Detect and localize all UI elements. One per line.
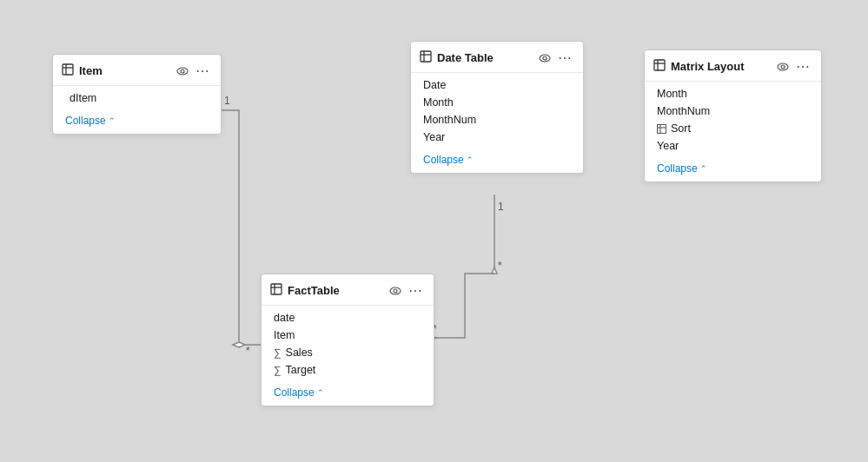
- item-eye-icon[interactable]: [175, 63, 190, 79]
- field-label-date: Date: [423, 79, 446, 91]
- table-card-item: Item ⋯ dItem Collapse ⌃: [52, 54, 222, 135]
- matrix-eye-icon[interactable]: [775, 59, 791, 75]
- cardinality-fact-many2: *: [498, 260, 502, 272]
- field-label-ditem: dItem: [70, 92, 96, 104]
- list-item: ∑ Sales: [262, 344, 434, 361]
- fact-header-actions[interactable]: ⋯: [388, 281, 425, 300]
- cardinality-fact-many: *: [246, 345, 250, 357]
- connector-item-fact: [222, 110, 261, 345]
- item-collapse-chevron: ⌃: [109, 116, 116, 125]
- field-label-date-f: date: [274, 312, 295, 324]
- svg-rect-5: [421, 51, 431, 62]
- item-collapse-label: Collapse: [65, 115, 106, 127]
- date-header-actions[interactable]: ⋯: [537, 49, 574, 67]
- field-label-item-f: Item: [274, 329, 295, 341]
- item-table-name: Item: [79, 64, 169, 77]
- fact-collapse-row[interactable]: Collapse ⌃: [262, 382, 434, 406]
- cardinality-item-one: 1: [224, 95, 230, 107]
- date-collapse-link[interactable]: Collapse ⌃: [423, 154, 573, 166]
- date-collapse-chevron: ⌃: [467, 155, 474, 164]
- item-table-body: dItem: [53, 86, 221, 110]
- table-header-item: Item ⋯: [53, 55, 221, 86]
- table-header-fact: FactTable ⋯: [262, 274, 434, 306]
- date-eye-icon[interactable]: [537, 50, 553, 66]
- fact-table-name: FactTable: [288, 284, 382, 297]
- svg-rect-10: [654, 60, 665, 70]
- svg-point-3: [177, 68, 188, 75]
- date-table-body: Date Month MonthNum Year: [411, 73, 583, 149]
- field-label-sort: Sort: [671, 122, 691, 135]
- list-item: Year: [645, 137, 821, 155]
- svg-point-4: [181, 69, 184, 73]
- field-label-month-m: Month: [657, 88, 687, 100]
- field-label-monthnum-m: MonthNum: [657, 105, 710, 117]
- fact-collapse-chevron: ⌃: [317, 388, 324, 397]
- fact-table-body: date Item ∑ Sales ∑ Target: [262, 306, 434, 382]
- fact-collapse-link[interactable]: Collapse ⌃: [274, 386, 423, 399]
- svg-point-9: [543, 56, 547, 60]
- date-table-name: Date Table: [437, 51, 532, 64]
- table-icon-date: [420, 50, 432, 65]
- matrix-collapse-label: Collapse: [657, 162, 698, 175]
- list-item: Date: [411, 76, 583, 94]
- list-item: date: [262, 309, 434, 327]
- svg-point-14: [781, 65, 785, 69]
- matrix-collapse-link[interactable]: Collapse ⌃: [657, 162, 811, 175]
- list-item: dItem: [53, 89, 221, 107]
- matrix-collapse-chevron: ⌃: [700, 164, 707, 173]
- diagram-canvas: 1 * 1 * *: [0, 0, 868, 462]
- date-collapse-row[interactable]: Collapse ⌃: [411, 149, 583, 173]
- table-card-fact: FactTable ⋯ date Item ∑ Sales: [261, 274, 434, 406]
- sigma-icon-sales: ∑: [274, 346, 282, 359]
- cardinality-date-one: 1: [498, 201, 504, 213]
- table-icon-item: [62, 63, 74, 78]
- field-label-monthnum: MonthNum: [423, 114, 476, 126]
- table-card-date: Date Table ⋯ Date Month MonthNum: [410, 41, 584, 174]
- date-more-icon[interactable]: ⋯: [556, 49, 574, 67]
- matrix-header-actions[interactable]: ⋯: [775, 57, 812, 76]
- svg-point-21: [390, 287, 401, 294]
- table-header-matrix: Matrix Layout ⋯: [645, 50, 821, 82]
- fact-eye-icon[interactable]: [388, 283, 403, 299]
- svg-rect-18: [271, 284, 282, 294]
- list-item: ∑ Target: [262, 361, 434, 379]
- matrix-table-name: Matrix Layout: [671, 60, 770, 73]
- diamond-item-fact: [233, 342, 245, 347]
- table-header-date: Date Table ⋯: [411, 42, 583, 73]
- field-label-year: Year: [423, 131, 445, 143]
- table-card-matrix: Matrix Layout ⋯ Month MonthNum: [644, 50, 822, 182]
- item-more-icon[interactable]: ⋯: [194, 62, 212, 80]
- svg-point-13: [778, 63, 788, 70]
- matrix-collapse-row[interactable]: Collapse ⌃: [645, 158, 821, 182]
- list-item: MonthNum: [411, 111, 583, 129]
- connector-fact-date-h: [430, 274, 494, 338]
- item-collapse-link[interactable]: Collapse ⌃: [65, 115, 210, 127]
- table-icon-matrix: [653, 59, 666, 74]
- date-collapse-label: Collapse: [423, 154, 464, 166]
- field-label-year-m: Year: [657, 140, 679, 152]
- list-item: MonthNum: [645, 102, 821, 120]
- svg-point-8: [540, 55, 550, 62]
- field-label-target: Target: [286, 364, 316, 376]
- svg-rect-15: [658, 124, 666, 133]
- arrow-date-fact: [492, 267, 497, 274]
- sigma-icon-target: ∑: [274, 364, 282, 376]
- matrix-more-icon[interactable]: ⋯: [794, 57, 812, 76]
- svg-point-22: [394, 289, 397, 293]
- item-collapse-row[interactable]: Collapse ⌃: [53, 110, 221, 134]
- item-header-actions[interactable]: ⋯: [175, 62, 212, 80]
- list-item: Sort: [645, 120, 821, 137]
- field-label-sales: Sales: [286, 346, 313, 359]
- list-item: Item: [262, 327, 434, 344]
- table-icon-fact: [270, 283, 282, 298]
- list-item: Month: [411, 94, 583, 111]
- fact-more-icon[interactable]: ⋯: [407, 281, 425, 300]
- list-item: Year: [411, 129, 583, 146]
- svg-rect-0: [63, 64, 73, 75]
- matrix-table-body: Month MonthNum Sort Year: [645, 82, 821, 158]
- fact-collapse-label: Collapse: [274, 386, 315, 399]
- list-item: Month: [645, 85, 821, 102]
- sort-table-icon: [657, 124, 666, 134]
- field-label-month: Month: [423, 96, 454, 109]
